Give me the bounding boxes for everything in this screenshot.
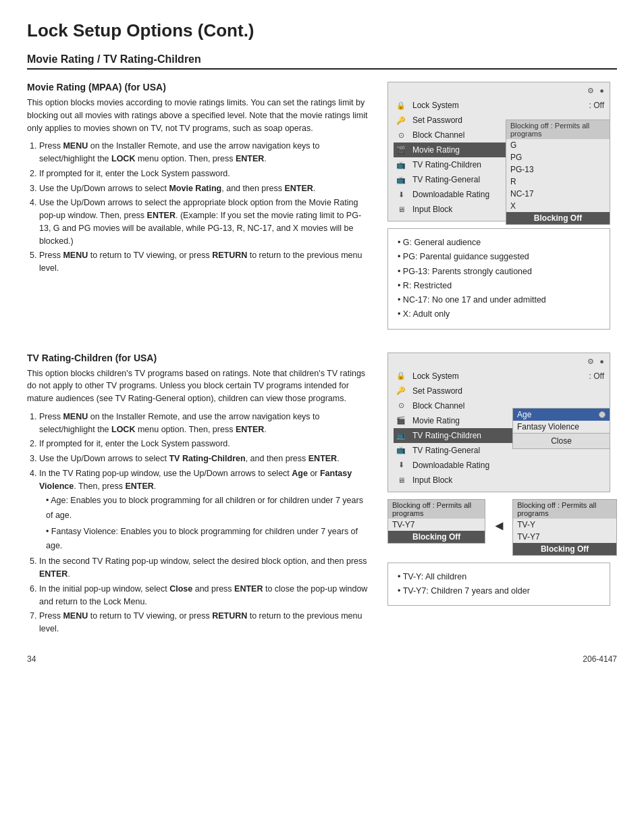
arrow-right-icon: ◄ [492,518,506,533]
tv-general-icon: 📺 [394,174,408,186]
rating-item-r: R: Restricted [398,279,600,293]
rating-info-box-1: G: General audience PG: Parental guidanc… [387,228,610,330]
menu2-top-bar: ⚙ ● [394,357,604,366]
popup-footer-blocking-off: Blocking Off [506,212,610,224]
gear-icon2: ⚙ [587,357,594,366]
tv-children-step-5: In the second TV Rating pop-up window, s… [39,555,371,581]
bullet-age: Age: Enables you to block programming fo… [46,494,371,523]
movie-rating-step-4: Use the Up/Down arrows to select the app… [39,197,371,247]
menu-top-bar: ⚙ ● [394,86,604,95]
download-icon: ⬇ [394,188,408,201]
tv-children-subsection-title: TV Rating-Children (for USA) [27,353,371,363]
tv-children-step-7: Press MENU to return to TV viewing, or p… [39,610,371,635]
rating-item-nc17: NC-17: No one 17 and under admitted [398,293,600,307]
left-small-popup: Blocking off : Permits all programs TV-Y… [387,499,485,544]
right-popup-item-tvy7: TV-Y7 [513,531,616,543]
left-popup-footer: Blocking Off [388,531,485,543]
tv-children-intro: This option blocks children's TV program… [27,367,371,405]
age-popup: Age Fantasy Violence Close [512,408,610,449]
right-popup-header: Blocking off : Permits all programs [513,500,616,519]
tv-rating-item-tvy: TV-Y: All children [398,570,600,584]
input-block-icon: 🖥 [394,203,408,215]
block-channel-icon: ⊙ [394,129,408,141]
tv-children-steps: Press MENU on the Installer Remote, and … [39,411,371,635]
menu-row-lock-system: 🔒 Lock System : Off [394,98,604,113]
download-icon2: ⬇ [394,459,408,471]
tv-general-icon2: 📺 [394,444,408,457]
movie-rating-popup: Blocking off : Permits all programs G PG… [506,120,610,225]
rating-item-g: G: General audience [398,236,600,250]
movie-rating-steps: Press MENU on the Installer Remote, and … [39,140,371,275]
tv-rating-list: TV-Y: All children TV-Y7: Children 7 yea… [398,570,600,599]
section-divider [27,68,617,70]
page-footer: 34 206-4147 [27,654,617,664]
section-title: Movie Rating / TV Rating-Children [27,53,617,66]
password-icon: 🔑 [394,114,408,126]
right-sub-popup: Blocking off : Permits all programs TV-Y… [512,499,617,556]
popup-header: Blocking off : Permits all programs [506,120,610,139]
menu2-lock-system: 🔒 Lock System : Off [394,369,604,384]
block-channel-icon2: ⊙ [394,400,408,412]
bullet-fv: Fantasy Violence: Enables you to block p… [46,525,371,554]
movie-rating-step-1: Press MENU on the Installer Remote, and … [39,140,371,165]
right-popup-item-tvy: TV-Y [513,519,616,531]
menu-ui-1: ⚙ ● 🔒 Lock System : Off 🔑 Set Password ⊙… [387,82,610,221]
menu2-input-block: 🖥 Input Block [394,473,604,488]
rating-item-pg13: PG-13: Parents strongly cautioned [398,265,600,279]
tv-children-icon2: 📺 [394,429,408,442]
password-icon2: 🔑 [394,385,408,397]
popup-item-nc17: NC-17 [506,188,610,200]
popup-item-pg13: PG-13 [506,163,610,176]
menu2-set-password: 🔑 Set Password [394,384,604,398]
tv-children-step-2: If prompted for it, enter the Lock Syste… [39,438,371,450]
left-popup-item-tvy7: TV-Y7 [388,519,485,531]
right-popup-footer: Blocking Off [513,543,616,555]
popup-item-g: G [506,139,610,151]
rating-item-x: X: Adult only [398,307,600,321]
movie-rating-intro: This option blocks movies according to m… [27,97,371,134]
bottom-popup-area: Blocking off : Permits all programs TV-Y… [387,499,617,556]
gear-icon: ⚙ [587,86,594,95]
movie-rating-icon: 🎬 [394,144,408,156]
left-popup-header: Blocking off : Permits all programs [388,500,485,519]
tv-rating-info-box: TV-Y: All children TV-Y7: Children 7 yea… [387,563,610,606]
tv-children-icon: 📺 [394,159,408,171]
movie-rating-step-3: Use the Up/Down arrows to select Movie R… [39,182,371,195]
age-popup-item-fv: Fantasy Violence [513,421,610,433]
lock-icon: 🔒 [394,99,408,111]
movie-rating-step-5: Press MENU to return to TV viewing, or p… [39,249,371,275]
tv-children-step-3: Use the Up/Down arrows to select TV Rati… [39,452,371,465]
page-title: Lock Setup Options (Cont.) [27,20,617,41]
dot-icon: ● [599,86,604,95]
popup-item-r: R [506,176,610,188]
tv-rating-item-tvy7: TV-Y7: Children 7 years and older [398,584,600,598]
page-number: 34 [27,654,36,664]
movie-rating-step-2: If prompted for it, enter the Lock Syste… [39,167,371,180]
dot-icon2: ● [599,357,604,366]
tv-children-step-4: In the TV Rating pop-up window, use the … [39,467,371,554]
age-popup-item-age: Age [513,409,610,421]
rating-list-1: G: General audience PG: Parental guidanc… [398,236,600,322]
tv-children-step-1: Press MENU on the Installer Remote, and … [39,411,371,436]
lock-icon2: 🔒 [394,370,408,382]
menu-ui-2: ⚙ ● 🔒 Lock System : Off 🔑 Set Password ⊙… [387,353,610,492]
tv-children-step-6: In the initial pop-up window, select Clo… [39,583,371,608]
popup-item-x: X [506,200,610,212]
menu2-downloadable: ⬇ Downloadable Rating [394,458,604,473]
age-popup-close: Close [513,433,610,448]
movie-rating-icon2: 🎬 [394,415,408,427]
movie-rating-subsection-title: Movie Rating (MPAA) (for USA) [27,82,371,93]
popup-item-pg: PG [506,151,610,163]
rating-item-pg: PG: Parental guidance suggested [398,250,600,264]
doc-number: 206-4147 [583,654,617,664]
input-block-icon2: 🖥 [394,474,408,486]
